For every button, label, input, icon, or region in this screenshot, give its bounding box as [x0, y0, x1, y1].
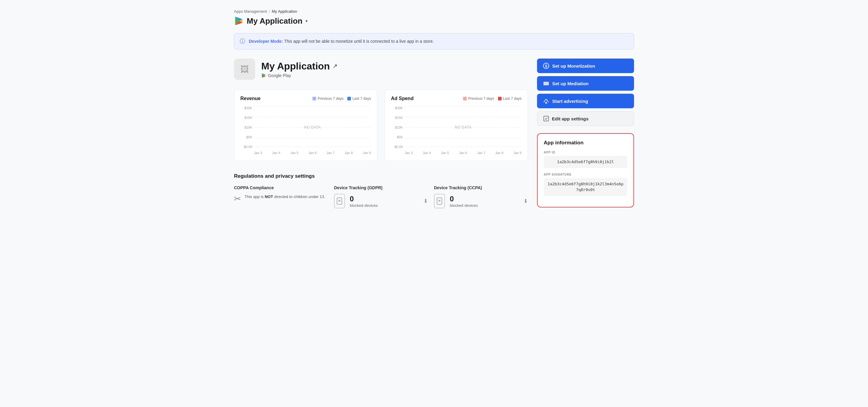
regulations-title: Regulations and privacy settings	[234, 173, 528, 179]
coppa-icon: ✂	[234, 194, 241, 204]
ccpa-label: blocked devices	[450, 203, 478, 208]
app-info-title: App information	[544, 140, 627, 146]
grid-line-2	[254, 117, 371, 117]
setup-mediation-button[interactable]: Set up Mediation	[537, 76, 634, 91]
ccpa-count: 0	[450, 195, 478, 203]
revenue-chart-area: $20K $15K $10K $5K $0.00 NO D	[240, 106, 371, 155]
edit-settings-icon	[544, 116, 549, 121]
edit-app-settings-button[interactable]: Edit app settings	[537, 111, 634, 126]
ccpa-card: Device Tracking (CCPA) 0	[434, 185, 528, 208]
external-link-icon[interactable]: ↗	[333, 63, 337, 69]
app-info-card: App information APP ID 1a2b3c4d5e6f7g8h9…	[537, 133, 634, 207]
platform-name: Google Play	[268, 73, 291, 78]
adspend-last-dot	[498, 97, 502, 100]
revenue-y-15k: $15K	[240, 116, 252, 119]
ccpa-content: 0 blocked devices ⬇	[434, 194, 528, 208]
gdpr-download-icon[interactable]: ⬇	[424, 198, 428, 204]
adspend-y-5k: $5K	[391, 135, 403, 139]
regulations-section: Regulations and privacy settings COPPA C…	[234, 173, 528, 208]
ads-x-jan6: Jan 6	[459, 151, 467, 155]
ccpa-title: Device Tracking (CCPA)	[434, 185, 528, 190]
svg-rect-10	[544, 83, 549, 84]
start-advertising-button[interactable]: Start advertising	[537, 94, 634, 108]
rev-x-jan5: Jan 5	[290, 151, 299, 155]
app-icon: 🖼	[234, 59, 255, 80]
ads-x-jan9: Jan 9	[514, 151, 522, 155]
revenue-legend-prev: Previous 7 days	[312, 96, 343, 101]
adspend-y-0: $0.00	[391, 145, 403, 149]
revenue-chart-header: Revenue Previous 7 days Last 7 days	[240, 96, 371, 101]
edit-app-settings-label: Edit app settings	[552, 116, 589, 121]
adspend-legend-prev: Previous 7 days	[463, 96, 494, 101]
rev-x-jan7: Jan 7	[327, 151, 335, 155]
app-signature-label: APP SIGNATURE	[544, 173, 627, 176]
app-id-value: 1a2b3c4d5e6f7g8h9i0j1k2l	[544, 156, 627, 168]
svg-rect-13	[544, 116, 549, 121]
coppa-after: directed to children under 13.	[273, 195, 325, 199]
right-panel: $ Set up Monetization Set up Mediation	[537, 59, 634, 208]
page-title: My Application	[247, 17, 303, 26]
app-id-label: APP ID	[544, 151, 627, 154]
adspend-grid-1	[405, 106, 522, 107]
rev-x-jan6: Jan 6	[309, 151, 317, 155]
coppa-title: COPPA Compliance	[234, 185, 328, 190]
app-id-field: APP ID 1a2b3c4d5e6f7g8h9i0j1k2l	[544, 151, 627, 168]
regulations-grid: COPPA Compliance ✂ This app is NOT direc…	[234, 185, 528, 208]
svg-rect-12	[545, 102, 547, 104]
adspend-legend: Previous 7 days Last 7 days	[463, 96, 522, 101]
adspend-legend-last: Last 7 days	[498, 96, 522, 101]
revenue-y-0: $0.00	[240, 145, 252, 149]
revenue-prev-label: Previous 7 days	[318, 96, 343, 101]
ads-x-jan8: Jan 8	[495, 151, 503, 155]
start-advertising-label: Start advertising	[552, 98, 588, 104]
image-placeholder-icon: 🖼	[240, 64, 249, 74]
title-dropdown-arrow[interactable]: ▾	[306, 19, 308, 23]
breadcrumb-separator: /	[269, 9, 270, 13]
ccpa-device-icon	[434, 194, 445, 208]
ads-x-jan7: Jan 7	[477, 151, 485, 155]
adspend-chart-header: Ad Spend Previous 7 days Last 7 days	[391, 96, 522, 101]
gdpr-label: blocked devices	[350, 203, 378, 208]
setup-monetization-label: Set up Monetization	[552, 63, 595, 68]
revenue-chart-card: Revenue Previous 7 days Last 7 days	[234, 89, 377, 161]
setup-monetization-button[interactable]: $ Set up Monetization	[537, 59, 634, 73]
revenue-no-data: NO DATA	[304, 125, 321, 129]
platform-play-icon	[261, 73, 266, 78]
revenue-y-20k: $20K	[240, 106, 252, 110]
adspend-chart-area: $20K $15K $10K $5K $0.00 NO D	[391, 106, 522, 155]
adspend-grid-4	[405, 138, 522, 138]
revenue-y-10k: $10K	[240, 125, 252, 129]
svg-text:$: $	[545, 64, 547, 68]
revenue-last-label: Last 7 days	[352, 96, 371, 101]
gdpr-device-icon	[334, 194, 345, 208]
revenue-chart-title: Revenue	[240, 96, 261, 101]
main-content: 🖼 My Application ↗ Google	[234, 59, 634, 208]
action-buttons: $ Set up Monetization Set up Mediation	[537, 59, 634, 126]
google-play-icon	[234, 16, 244, 26]
phone-x-icon-2	[437, 198, 442, 205]
monetization-icon: $	[543, 63, 549, 69]
ccpa-download-icon[interactable]: ⬇	[523, 198, 528, 204]
gdpr-content: 0 blocked devices ⬇	[334, 194, 428, 208]
svg-rect-9	[544, 82, 549, 83]
app-signature-field: APP SIGNATURE 1a2b3c4d5e6f7g8h9i0j1k2l3m…	[544, 173, 627, 196]
grid-line-4	[254, 138, 371, 138]
gdpr-title: Device Tracking (GDPR)	[334, 185, 428, 190]
developer-mode-banner: ⓘ Developer Mode: This app will not be a…	[234, 33, 634, 50]
advertising-icon	[543, 98, 549, 104]
ccpa-count-section: 0 blocked devices	[450, 195, 478, 208]
app-name-section: My Application ↗ Google Play	[261, 61, 337, 78]
breadcrumb-parent[interactable]: Apps Management	[234, 9, 267, 13]
coppa-text: This app is NOT directed to children und…	[245, 194, 325, 200]
adspend-y-labels: $20K $15K $10K $5K $0.00	[391, 106, 405, 149]
adspend-x-labels: Jan 3 Jan 4 Jan 5 Jan 6 Jan 7 Jan 8 Jan …	[405, 151, 522, 155]
app-signature-value: 1a2b3c4d5e6f7g8h9i0j1k2l3m4n5o6p7q8r9s0t	[544, 178, 627, 196]
revenue-y-labels: $20K $15K $10K $5K $0.00	[240, 106, 254, 149]
adspend-chart-grid: NO DATA	[405, 106, 522, 149]
coppa-bold: NOT	[265, 195, 273, 199]
adspend-prev-dot	[463, 97, 467, 100]
adspend-chart-title: Ad Spend	[391, 96, 414, 101]
info-icon: ⓘ	[240, 38, 245, 45]
coppa-card: COPPA Compliance ✂ This app is NOT direc…	[234, 185, 328, 208]
breadcrumb: Apps Management / My Application	[234, 9, 634, 13]
